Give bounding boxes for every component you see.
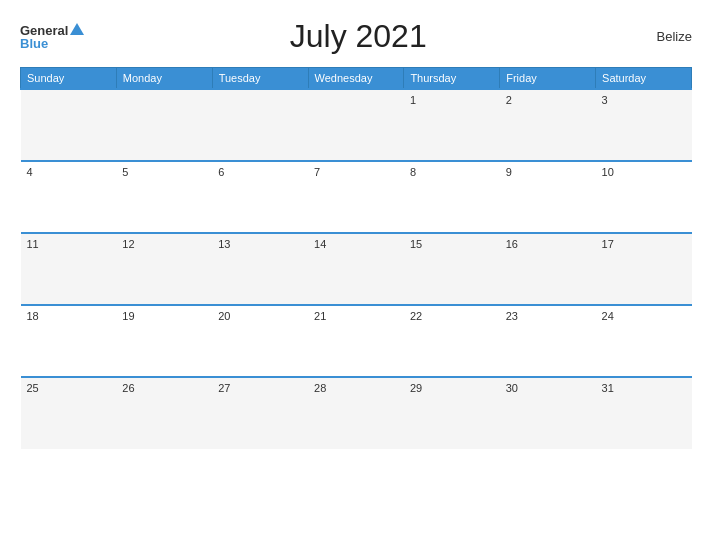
calendar-day-cell: 21: [308, 305, 404, 377]
day-number: 21: [314, 310, 326, 322]
calendar-day-cell: 17: [596, 233, 692, 305]
calendar-day-cell: 28: [308, 377, 404, 449]
calendar-day-cell: 2: [500, 89, 596, 161]
calendar-day-cell: 14: [308, 233, 404, 305]
col-saturday: Saturday: [596, 68, 692, 90]
day-number: 4: [27, 166, 33, 178]
logo-general-text: General: [20, 24, 68, 37]
day-number: 28: [314, 382, 326, 394]
logo: General Blue: [20, 24, 84, 50]
col-monday: Monday: [116, 68, 212, 90]
calendar-day-cell: 26: [116, 377, 212, 449]
day-number: 10: [602, 166, 614, 178]
calendar-page: General Blue July 2021 Belize Sunday Mon…: [0, 0, 712, 550]
day-number: 13: [218, 238, 230, 250]
day-number: 20: [218, 310, 230, 322]
calendar-week-row: 18192021222324: [21, 305, 692, 377]
calendar-day-cell: 23: [500, 305, 596, 377]
calendar-day-cell: 13: [212, 233, 308, 305]
calendar-week-row: 11121314151617: [21, 233, 692, 305]
calendar-day-cell: 9: [500, 161, 596, 233]
day-number: 11: [27, 238, 39, 250]
calendar-day-cell: 10: [596, 161, 692, 233]
day-number: 25: [27, 382, 39, 394]
calendar-day-cell: 27: [212, 377, 308, 449]
calendar-week-row: 45678910: [21, 161, 692, 233]
col-thursday: Thursday: [404, 68, 500, 90]
calendar-header: Sunday Monday Tuesday Wednesday Thursday…: [21, 68, 692, 90]
day-number: 30: [506, 382, 518, 394]
calendar-body: 1234567891011121314151617181920212223242…: [21, 89, 692, 449]
header: General Blue July 2021 Belize: [20, 18, 692, 55]
day-number: 8: [410, 166, 416, 178]
calendar-table: Sunday Monday Tuesday Wednesday Thursday…: [20, 67, 692, 449]
day-number: 27: [218, 382, 230, 394]
day-number: 16: [506, 238, 518, 250]
col-tuesday: Tuesday: [212, 68, 308, 90]
day-number: 29: [410, 382, 422, 394]
calendar-day-cell: 30: [500, 377, 596, 449]
logo-triangle-icon: [70, 23, 84, 35]
day-number: 6: [218, 166, 224, 178]
calendar-day-cell: 8: [404, 161, 500, 233]
calendar-day-cell: 19: [116, 305, 212, 377]
calendar-day-cell: 1: [404, 89, 500, 161]
day-number: 19: [122, 310, 134, 322]
calendar-day-cell: 6: [212, 161, 308, 233]
calendar-day-cell: 24: [596, 305, 692, 377]
calendar-day-cell: 15: [404, 233, 500, 305]
col-wednesday: Wednesday: [308, 68, 404, 90]
day-number: 7: [314, 166, 320, 178]
day-number: 3: [602, 94, 608, 106]
day-number: 24: [602, 310, 614, 322]
calendar-day-cell: [308, 89, 404, 161]
day-number: 22: [410, 310, 422, 322]
country-label: Belize: [632, 29, 692, 44]
calendar-day-cell: [212, 89, 308, 161]
calendar-day-cell: 3: [596, 89, 692, 161]
calendar-week-row: 25262728293031: [21, 377, 692, 449]
calendar-day-cell: [116, 89, 212, 161]
calendar-day-cell: 31: [596, 377, 692, 449]
calendar-day-cell: 12: [116, 233, 212, 305]
calendar-day-cell: 29: [404, 377, 500, 449]
calendar-day-cell: 7: [308, 161, 404, 233]
calendar-day-cell: 11: [21, 233, 117, 305]
calendar-day-cell: 4: [21, 161, 117, 233]
col-sunday: Sunday: [21, 68, 117, 90]
day-number: 14: [314, 238, 326, 250]
calendar-week-row: 123: [21, 89, 692, 161]
day-number: 2: [506, 94, 512, 106]
day-number: 18: [27, 310, 39, 322]
col-friday: Friday: [500, 68, 596, 90]
day-number: 9: [506, 166, 512, 178]
calendar-day-cell: 22: [404, 305, 500, 377]
day-number: 26: [122, 382, 134, 394]
day-number: 23: [506, 310, 518, 322]
day-number: 15: [410, 238, 422, 250]
days-header-row: Sunday Monday Tuesday Wednesday Thursday…: [21, 68, 692, 90]
calendar-title: July 2021: [84, 18, 632, 55]
calendar-day-cell: 20: [212, 305, 308, 377]
day-number: 12: [122, 238, 134, 250]
calendar-day-cell: 25: [21, 377, 117, 449]
calendar-day-cell: 16: [500, 233, 596, 305]
day-number: 1: [410, 94, 416, 106]
calendar-day-cell: 5: [116, 161, 212, 233]
day-number: 17: [602, 238, 614, 250]
day-number: 31: [602, 382, 614, 394]
calendar-day-cell: [21, 89, 117, 161]
calendar-day-cell: 18: [21, 305, 117, 377]
logo-blue-text: Blue: [20, 37, 48, 50]
day-number: 5: [122, 166, 128, 178]
